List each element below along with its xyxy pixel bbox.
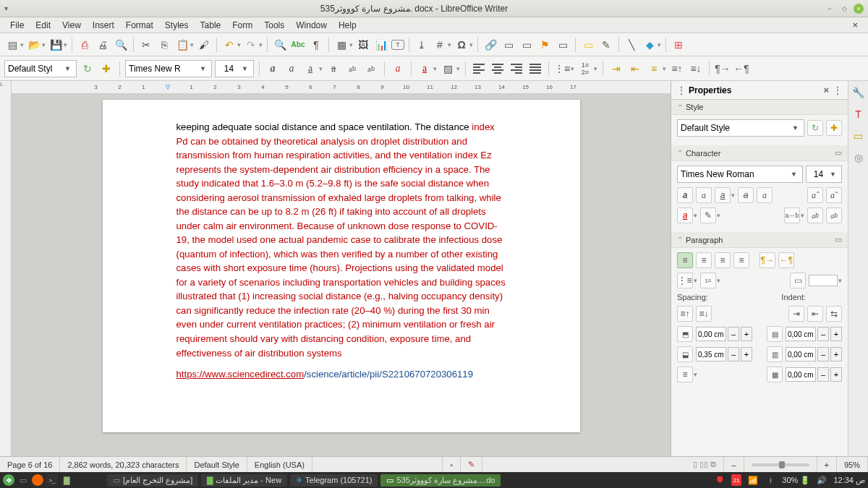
open-icon[interactable]: 📂 <box>26 37 42 53</box>
field-icon[interactable]: # <box>432 37 448 53</box>
menu-file[interactable]: File <box>4 19 30 32</box>
para-spacing-inc-icon[interactable]: ≡↑ <box>669 61 685 77</box>
page-break-icon[interactable]: ⤓ <box>414 37 430 53</box>
line-spacing-icon[interactable]: ≡ <box>646 61 662 77</box>
sb-align-justify-icon[interactable]: ≡ <box>733 252 749 268</box>
doc-paragraph[interactable]: keeping adequate social distance and spa… <box>176 120 508 360</box>
superscript-icon[interactable]: ab <box>344 61 360 77</box>
show-desktop-icon[interactable]: ▭ <box>17 474 29 486</box>
table-icon[interactable]: ▦ <box>333 37 349 53</box>
align-center-icon[interactable] <box>490 61 506 77</box>
tray-network-icon[interactable]: 📶 <box>747 474 759 486</box>
sidebar-close-icon[interactable]: × <box>823 85 829 95</box>
new-style-icon[interactable]: ✚ <box>826 120 842 136</box>
firefox-icon[interactable] <box>32 474 43 486</box>
align-left-icon[interactable] <box>471 61 487 77</box>
font-size-input[interactable] <box>218 64 239 74</box>
close-button[interactable]: × <box>854 4 864 14</box>
special-char-icon[interactable]: Ω <box>454 37 469 53</box>
sb-shrink-icon[interactable]: aˇ <box>826 187 842 203</box>
sidebar-section-style[interactable]: Style <box>671 100 848 115</box>
indent-before-icon[interactable]: ▤ <box>767 326 783 342</box>
paragraph-style-combo[interactable]: ▼ <box>4 60 77 77</box>
below-para-icon[interactable]: ⬓ <box>677 346 693 362</box>
task-item[interactable]: ▭[مشروع التخرج العام] <box>107 474 198 487</box>
increase-indent-icon[interactable]: ⇥ <box>608 61 624 77</box>
sb-shadow-icon[interactable]: a <box>757 187 773 203</box>
italic-icon[interactable]: a <box>284 61 299 77</box>
sb-ltr-icon[interactable]: ¶→ <box>760 252 775 268</box>
sb-align-center-icon[interactable]: ≡ <box>696 252 712 268</box>
start-menu-icon[interactable]: ❖ <box>3 474 14 486</box>
print-preview-icon[interactable]: 🔍 <box>113 37 129 53</box>
document-area[interactable]: 321 ▽ 123 456 789 101112 1314 151617 kee… <box>12 81 671 456</box>
status-signature[interactable]: ✎ <box>461 457 482 472</box>
status-words[interactable]: 2,862 words, 20,323 characters <box>60 457 187 472</box>
find-icon[interactable]: 🔍 <box>272 37 288 53</box>
hyperlink-icon[interactable]: 🔗 <box>482 37 498 53</box>
minimize-button[interactable]: – <box>825 4 835 14</box>
cut-icon[interactable]: ✂ <box>138 37 154 53</box>
spacing-above-spin[interactable]: –+ <box>696 327 752 341</box>
new-style-icon[interactable]: ✚ <box>98 61 114 77</box>
shapes-icon[interactable]: ◆ <box>642 37 658 53</box>
above-para-icon[interactable]: ⬒ <box>677 326 693 342</box>
font-name-combo[interactable]: ▼ <box>125 60 212 77</box>
update-style-icon[interactable]: ↻ <box>80 61 95 77</box>
terminal-icon[interactable]: >_ <box>46 474 58 486</box>
sidebar-section-character[interactable]: Character▭ <box>671 145 848 161</box>
zoom-in-icon[interactable]: + <box>817 457 837 472</box>
formatting-marks-icon[interactable]: ¶ <box>308 37 324 53</box>
sb-bgcolor-swatch[interactable] <box>809 275 838 286</box>
sb-tab-navigator-icon[interactable]: ◎ <box>851 150 866 165</box>
number-list-icon[interactable]: 1≡2≡ <box>577 61 593 77</box>
dec-spacing-icon[interactable]: ≡↓ <box>696 306 712 322</box>
sb-fontsize-combo[interactable]: ▼ <box>806 166 842 183</box>
save-icon[interactable]: 💾 <box>48 37 64 53</box>
font-name-input[interactable] <box>129 64 197 74</box>
dec-indent-icon[interactable]: ⇤ <box>807 306 823 322</box>
bold-icon[interactable]: a <box>265 61 281 77</box>
menu-window[interactable]: Window <box>290 19 333 32</box>
status-page[interactable]: Page 6 of 16 <box>0 457 60 472</box>
sb-fontcolor-icon[interactable]: a <box>677 207 693 223</box>
sb-grow-icon[interactable]: aˆ <box>807 187 823 203</box>
sb-bullets-icon[interactable]: ⋮≡ <box>677 273 693 288</box>
menu-table[interactable]: Table <box>195 19 227 32</box>
spellcheck-icon[interactable]: Abc <box>290 37 306 53</box>
chevron-down-icon[interactable]: ▼ <box>197 65 208 72</box>
font-size-combo[interactable]: ▼ <box>215 60 254 77</box>
redo-icon[interactable]: ↷ <box>243 37 259 53</box>
cross-ref-icon[interactable]: ▭ <box>555 37 571 53</box>
status-lang[interactable]: English (USA) <box>247 457 312 472</box>
sidebar-section-paragraph[interactable]: Paragraph▭ <box>671 232 848 248</box>
sb-bgcolor-icon[interactable]: ▭ <box>790 273 806 288</box>
sb-strike-icon[interactable]: a <box>738 187 754 203</box>
sb-super-icon[interactable]: ab <box>807 207 823 223</box>
sb-style-combo[interactable]: ▼ <box>677 119 804 137</box>
sb-align-right-icon[interactable]: ≡ <box>715 252 731 268</box>
menu-styles[interactable]: Styles <box>159 19 195 32</box>
zoom-slider[interactable] <box>744 457 817 472</box>
tray-battery[interactable]: 30% 🔋 <box>782 476 810 485</box>
sb-font-combo[interactable]: ▼ <box>677 166 803 183</box>
clear-format-icon[interactable]: a <box>390 61 406 77</box>
tray-updates-icon[interactable]: 21 <box>731 474 741 486</box>
zoom-out-icon[interactable]: – <box>724 457 744 472</box>
sb-highlight-icon[interactable]: ✎ <box>700 207 716 223</box>
task-item-active[interactable]: ▭5مشروع سارة كوووثر35....do <box>380 474 501 487</box>
menu-form[interactable]: Form <box>226 19 258 32</box>
chart-icon[interactable]: 📊 <box>373 37 389 53</box>
files-icon[interactable]: ▇ <box>61 474 72 486</box>
tray-clock[interactable]: ص 12:34 <box>833 476 865 485</box>
maximize-button[interactable]: ◇ <box>839 4 849 14</box>
footnote-icon[interactable]: ▭ <box>501 37 516 53</box>
indent-first-icon[interactable]: ▦ <box>767 367 783 382</box>
para-spacing-dec-icon[interactable]: ≡↓ <box>688 61 704 77</box>
clone-format-icon[interactable]: 🖌 <box>196 37 212 53</box>
document-page[interactable]: keeping adequate social distance and spa… <box>103 100 580 432</box>
bookmark-icon[interactable]: ⚑ <box>537 37 553 53</box>
sb-tab-properties-icon[interactable]: 🔧 <box>851 85 866 100</box>
underline-icon[interactable]: a <box>302 61 318 77</box>
tray-shield-icon[interactable]: ⛊ <box>714 474 726 486</box>
